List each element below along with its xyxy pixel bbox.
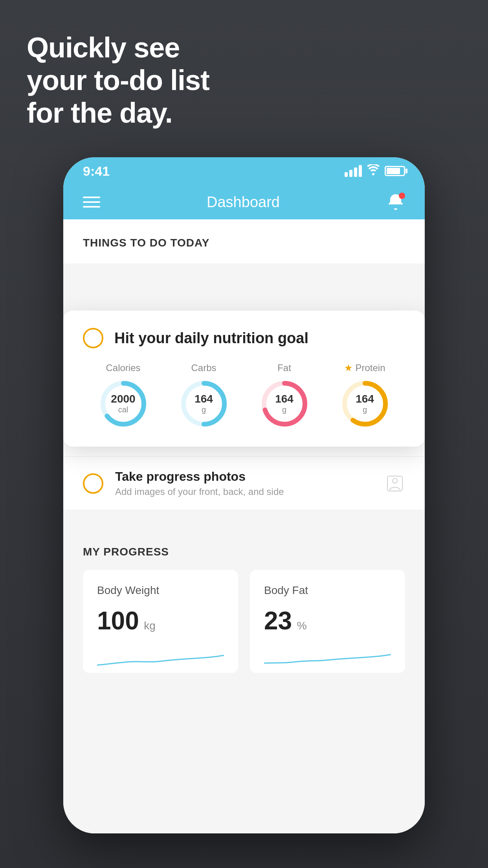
hamburger-menu[interactable] <box>83 197 100 208</box>
progress-cards: Body Weight 100 kg Body Fat 23 <box>83 570 405 673</box>
photos-subtitle: Add images of your front, back, and side <box>115 486 373 497</box>
body-fat-unit: % <box>297 620 307 632</box>
protein-unit: g <box>363 405 367 414</box>
progress-title: MY PROGRESS <box>83 546 405 558</box>
nutrition-card: Hit your daily nutrition goal Calories 2 <box>63 311 425 447</box>
protein-donut: 164 g <box>339 378 391 429</box>
battery-icon <box>385 166 405 176</box>
headline: Quickly see your to-do list for the day. <box>27 31 209 129</box>
protein-label-container: ★ Protein <box>344 362 385 373</box>
card-header: Hit your daily nutrition goal <box>83 328 405 348</box>
battery-fill <box>387 168 400 174</box>
calories-unit: cal <box>118 405 128 414</box>
status-time: 9:41 <box>83 164 110 179</box>
nutrition-item-protein: ★ Protein 164 g <box>339 362 391 429</box>
status-icons <box>345 164 405 178</box>
bell-icon[interactable] <box>386 193 405 211</box>
phone-mockup: 9:41 Dashboard <box>63 157 425 833</box>
hamburger-line3 <box>83 206 100 208</box>
photos-text: Take progress photos Add images of your … <box>115 469 373 497</box>
notification-dot <box>399 193 405 199</box>
fat-value: 164 <box>275 393 294 405</box>
status-bar: 9:41 <box>63 157 425 185</box>
body-weight-title: Body Weight <box>97 584 224 597</box>
signal-bar-2 <box>349 170 352 177</box>
progress-section: MY PROGRESS Body Weight 100 kg <box>63 526 425 673</box>
body-fat-value-row: 23 % <box>264 606 391 635</box>
body-weight-value-row: 100 kg <box>97 606 224 635</box>
headline-line1: Quickly see <box>27 31 209 64</box>
things-section: THINGS TO DO TODAY <box>63 219 425 263</box>
wifi-icon <box>367 164 380 178</box>
header-title: Dashboard <box>207 194 280 211</box>
person-icon <box>385 473 405 494</box>
signal-bar-3 <box>354 167 357 177</box>
body-weight-value: 100 <box>97 607 139 635</box>
headline-line3: for the day. <box>27 97 209 129</box>
nutrition-item-carbs: Carbs 164 g <box>178 362 229 429</box>
headline-line2: your to-do list <box>27 64 209 97</box>
body-weight-card: Body Weight 100 kg <box>83 570 238 673</box>
body-fat-card: Body Fat 23 % <box>250 570 405 673</box>
app-header: Dashboard <box>63 185 425 219</box>
body-weight-unit: kg <box>144 620 156 632</box>
body-fat-chart <box>264 642 391 673</box>
protein-star-icon: ★ <box>344 362 353 373</box>
svg-point-11 <box>393 478 397 483</box>
carbs-unit: g <box>202 405 206 414</box>
todo-item-photos[interactable]: Take progress photos Add images of your … <box>63 457 425 510</box>
fat-unit: g <box>282 405 286 414</box>
carbs-value: 164 <box>194 393 213 405</box>
nutrition-item-fat: Fat 164 g <box>259 362 310 429</box>
signal-bars-icon <box>345 165 362 177</box>
signal-bar-1 <box>345 172 348 177</box>
calories-label: Calories <box>106 362 140 373</box>
fat-label: Fat <box>277 362 291 373</box>
hamburger-line2 <box>83 201 100 203</box>
calories-donut: 2000 cal <box>98 378 149 429</box>
nutrition-card-title: Hit your daily nutrition goal <box>114 330 308 347</box>
body-weight-chart <box>97 642 224 673</box>
photos-circle <box>83 473 103 494</box>
calories-value: 2000 <box>111 393 135 405</box>
hamburger-line1 <box>83 197 100 198</box>
photos-title: Take progress photos <box>115 469 373 484</box>
body-fat-title: Body Fat <box>264 584 391 597</box>
nutrition-item-calories: Calories 2000 cal <box>98 362 149 429</box>
main-content: THINGS TO DO TODAY Hit your daily nutrit… <box>63 219 425 833</box>
carbs-donut: 164 g <box>178 378 229 429</box>
things-title: THINGS TO DO TODAY <box>83 237 405 249</box>
body-fat-value: 23 <box>264 607 292 635</box>
nutrition-grid: Calories 2000 cal <box>83 362 405 429</box>
carbs-label: Carbs <box>191 362 216 373</box>
protein-label: Protein <box>355 362 385 373</box>
nutrition-circle-radio[interactable] <box>83 328 103 348</box>
fat-donut: 164 g <box>259 378 310 429</box>
signal-bar-4 <box>359 165 362 177</box>
protein-value: 164 <box>356 393 374 405</box>
